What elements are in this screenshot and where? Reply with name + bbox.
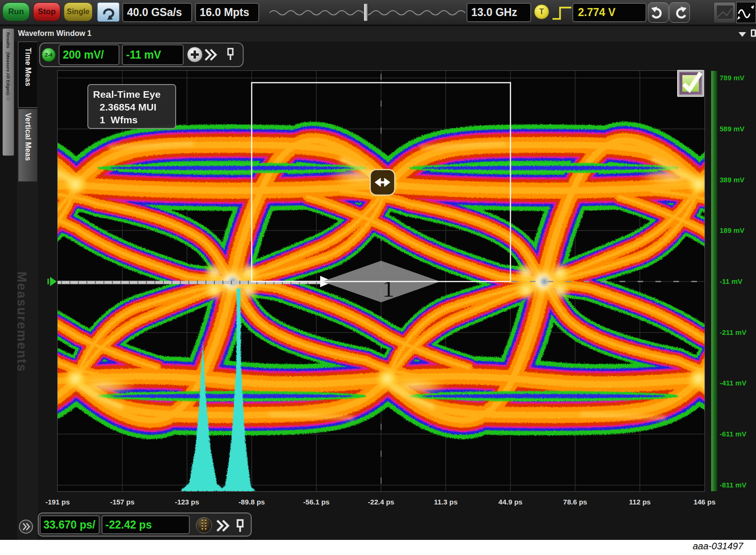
- svg-text:1: 1: [382, 275, 394, 302]
